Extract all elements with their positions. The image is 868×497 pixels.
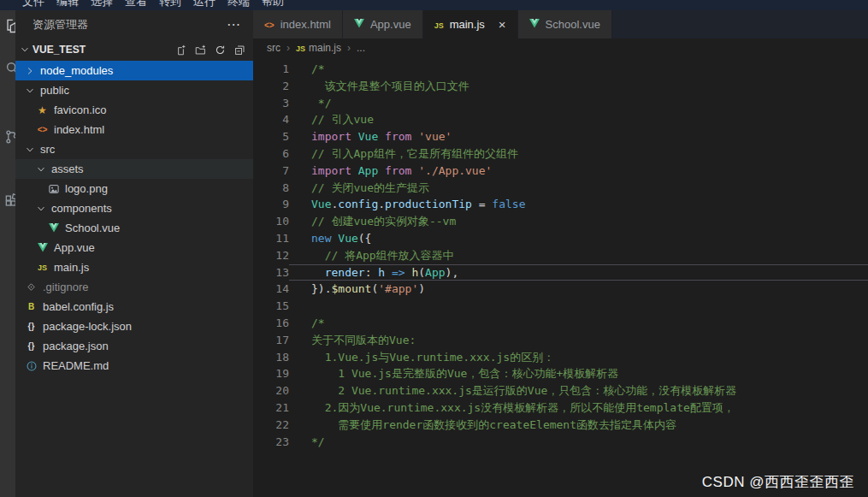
- code-text: */: [289, 95, 868, 112]
- info-icon: [24, 359, 38, 373]
- menu-item-编辑[interactable]: 编辑: [56, 0, 79, 9]
- code-line-1[interactable]: 1/*: [253, 61, 868, 78]
- tree-item-App.vue[interactable]: App.vue: [15, 238, 253, 257]
- tree-item-main.js[interactable]: JSmain.js: [15, 257, 253, 277]
- tree-item-favicon.ico[interactable]: ★favicon.ico: [15, 100, 253, 120]
- line-number: 4: [253, 111, 289, 128]
- menu-item-帮助[interactable]: 帮助: [262, 0, 284, 9]
- source-control-icon[interactable]: [3, 128, 15, 147]
- tab-App.vue[interactable]: App.vue: [343, 10, 423, 38]
- tab-School.vue[interactable]: School.vue: [518, 10, 612, 38]
- explorer-icon[interactable]: [3, 17, 15, 36]
- explorer-title: 资源管理器: [32, 17, 88, 33]
- tab-label: App.vue: [370, 18, 411, 31]
- code-text: /*: [289, 315, 868, 332]
- tree-item-babel.config.js[interactable]: Bbabel.config.js: [15, 297, 253, 317]
- new-folder-icon[interactable]: [193, 43, 207, 56]
- code-text: import App from './App.vue': [289, 163, 868, 180]
- tab-index.html[interactable]: <>index.html: [253, 10, 343, 38]
- code-line-16[interactable]: 16/*: [253, 315, 868, 332]
- menu-item-文件[interactable]: 文件: [22, 0, 44, 9]
- code-text: */: [289, 434, 868, 451]
- sidebar-explorer: 资源管理器 ⋯ VUE_TEST node_modulespublic★favi…: [15, 10, 253, 497]
- code-text: 1 Vue.js是完整版的Vue，包含：核心功能+模板解析器: [289, 365, 868, 382]
- activity-bar[interactable]: [0, 10, 15, 497]
- close-tab-icon[interactable]: ×: [499, 18, 506, 31]
- tree-item-label: logo.png: [65, 182, 108, 195]
- line-number: 14: [253, 281, 289, 298]
- line-number: 13: [253, 264, 289, 281]
- tree-item-.gitignore[interactable]: .gitignore: [15, 277, 253, 297]
- tree-item-index.html[interactable]: <>index.html: [15, 120, 253, 139]
- code-text: 1.Vue.js与Vue.runtime.xxx.js的区别：: [289, 349, 868, 366]
- code-text: [289, 298, 868, 315]
- code-line-5[interactable]: 5import Vue from 'vue': [253, 128, 868, 145]
- code-line-21[interactable]: 21 2.因为Vue.runtime.xxx.js没有模板解析器，所以不能使用t…: [253, 399, 868, 417]
- code-line-6[interactable]: 6// 引入App组件，它是所有组件的父组件: [253, 145, 868, 163]
- explorer-header: 资源管理器 ⋯: [15, 10, 253, 38]
- code-line-23[interactable]: 23*/: [253, 434, 868, 451]
- code-line-7[interactable]: 7import App from './App.vue': [253, 163, 868, 180]
- code-line-13[interactable]: 13 render: h => h(App),: [253, 264, 868, 281]
- code-line-2[interactable]: 2 该文件是整个项目的入口文件: [253, 78, 868, 95]
- menu-item-运行[interactable]: 运行: [193, 0, 216, 9]
- code-text: import Vue from 'vue': [289, 128, 868, 145]
- line-number: 2: [253, 78, 289, 95]
- star-icon: ★: [35, 104, 50, 117]
- code-line-4[interactable]: 4// 引入vue: [253, 111, 868, 128]
- code-line-10[interactable]: 10// 创建vue的实例对象--vm: [253, 213, 868, 230]
- breadcrumb-label: ...: [357, 42, 365, 54]
- tree-item-package-lock.json[interactable]: {}package-lock.json: [15, 317, 253, 336]
- breadcrumb-label: src: [267, 42, 280, 54]
- more-actions-icon[interactable]: ⋯: [227, 16, 241, 33]
- tree-item-School.vue[interactable]: School.vue: [15, 218, 253, 238]
- tree-item-components[interactable]: components: [15, 198, 253, 218]
- tree-item-logo.png[interactable]: logo.png: [15, 179, 253, 198]
- search-icon[interactable]: [3, 60, 15, 79]
- breadcrumb-item-src[interactable]: src: [267, 42, 280, 54]
- tree-item-assets[interactable]: assets: [15, 159, 253, 179]
- extensions-icon[interactable]: [3, 192, 15, 211]
- menu-item-终端[interactable]: 终端: [227, 0, 250, 9]
- code-area: 1/*2 该文件是整个项目的入口文件3 */4// 引入vue5import V…: [253, 57, 868, 497]
- code-line-19[interactable]: 19 1 Vue.js是完整版的Vue，包含：核心功能+模板解析器: [253, 365, 868, 382]
- js-icon: JS: [296, 42, 305, 54]
- new-file-icon[interactable]: [174, 43, 187, 56]
- tree-item-node_modules[interactable]: node_modules: [15, 61, 253, 80]
- section-header-vue-test[interactable]: VUE_TEST: [15, 38, 253, 61]
- code-line-20[interactable]: 20 2 Vue.runtime.xxx.js是运行版的Vue，只包含：核心功能…: [253, 382, 868, 399]
- html-icon: <>: [264, 18, 275, 31]
- menu-item-选择[interactable]: 选择: [91, 0, 113, 9]
- code-line-15[interactable]: 15: [253, 298, 868, 315]
- line-number: 1: [253, 61, 289, 78]
- refresh-explorer-icon[interactable]: [213, 43, 227, 56]
- chevron-down-icon: [35, 203, 47, 215]
- code-line-22[interactable]: 22 需要使用render函数接收到的createElement函数去指定具体内…: [253, 417, 868, 434]
- code-text: Vue.config.productionTip = false: [289, 196, 868, 213]
- code-line-12[interactable]: 12 // 将App组件放入容器中: [253, 247, 868, 264]
- breadcrumb-label: main.js: [309, 42, 341, 54]
- code-line-11[interactable]: 11new Vue({: [253, 230, 868, 247]
- tree-item-label: App.vue: [54, 241, 95, 254]
- code-text: /*: [289, 61, 868, 78]
- tree-item-package.json[interactable]: {}package.json: [15, 336, 253, 356]
- tab-main.js[interactable]: JSmain.js×: [423, 10, 518, 38]
- menu-item-查看[interactable]: 查看: [125, 0, 147, 9]
- line-number: 19: [253, 365, 289, 382]
- code-line-18[interactable]: 18 1.Vue.js与Vue.runtime.xxx.js的区别：: [253, 349, 868, 366]
- breadcrumb-item-main.js[interactable]: JSmain.js: [296, 42, 341, 54]
- chevron-down-icon: [24, 85, 36, 97]
- tree-item-src[interactable]: src: [15, 139, 253, 159]
- tree-item-README.md[interactable]: README.md: [15, 356, 253, 376]
- collapse-folders-icon[interactable]: [233, 43, 246, 56]
- code-line-17[interactable]: 17关于不同版本的Vue:: [253, 332, 868, 349]
- code-line-3[interactable]: 3 */: [253, 95, 868, 112]
- tree-item-public[interactable]: public: [15, 80, 253, 100]
- breadcrumb-item-...[interactable]: ...: [357, 42, 365, 54]
- code-line-14[interactable]: 14}).$mount('#app'): [253, 281, 868, 298]
- code-text: new Vue({: [289, 230, 868, 247]
- tree-item-label: node_modules: [40, 64, 113, 77]
- menu-item-转到[interactable]: 转到: [159, 0, 181, 9]
- code-line-8[interactable]: 8// 关闭vue的生产提示: [253, 180, 868, 197]
- code-line-9[interactable]: 9Vue.config.productionTip = false: [253, 196, 868, 213]
